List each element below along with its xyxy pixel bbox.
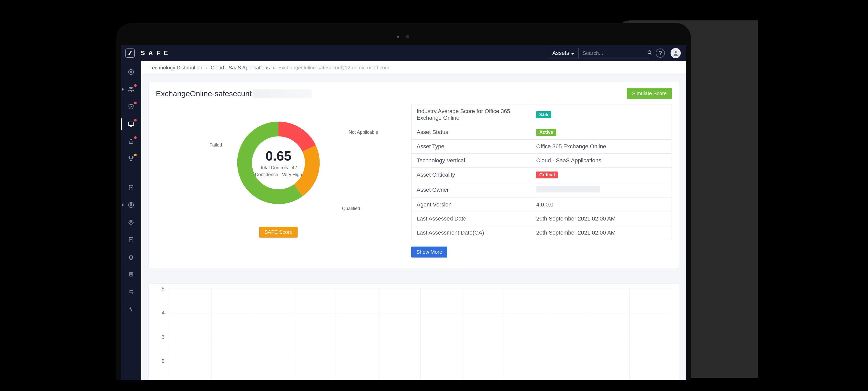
- table-row: Last Assessment Date(CA)20th September 2…: [411, 226, 672, 240]
- grid-vline: [546, 289, 546, 380]
- notification-dot-icon: [134, 119, 137, 122]
- detail-key: Agent Version: [411, 198, 531, 211]
- svg-point-5: [129, 87, 131, 89]
- avatar[interactable]: [671, 48, 681, 58]
- donut-confidence: Confidence : Very High: [255, 172, 302, 177]
- breadcrumb-root[interactable]: Technology Distribution: [149, 65, 202, 70]
- detail-value: 3.55: [531, 104, 672, 125]
- notification-dot-icon: [134, 136, 137, 139]
- notification-dot-icon: [134, 154, 137, 156]
- detail-key: Asset Status: [411, 125, 531, 139]
- brand-name: SAFE: [141, 50, 172, 57]
- asset-details-panel: Industry Average Score for Office 365 Ex…: [411, 104, 672, 258]
- svg-point-15: [130, 222, 132, 223]
- grid-vline: [629, 289, 630, 380]
- y-tick-label: 3: [162, 334, 164, 340]
- svg-point-0: [648, 51, 651, 54]
- redacted-value: [536, 186, 600, 192]
- show-more-button[interactable]: Show More: [411, 247, 447, 258]
- svg-point-9: [129, 157, 130, 158]
- svg-rect-8: [129, 141, 133, 143]
- svg-point-14: [129, 220, 133, 224]
- help-icon[interactable]: ?: [656, 48, 665, 58]
- sidebar-item-dashboard[interactable]: [127, 68, 135, 76]
- page-title: ExchangeOnline-safesecurit: [156, 89, 252, 98]
- sidebar-item-list[interactable]: [127, 270, 135, 279]
- redacted-title-suffix: [253, 89, 312, 98]
- content-area: Technology Distribution Cloud - SaaS App…: [141, 61, 686, 380]
- detail-value: 20th September 2021 02:00 AM: [531, 226, 672, 240]
- asset-details-table: Industry Average Score for Office 365 Ex…: [411, 104, 672, 240]
- sidebar: [121, 61, 141, 380]
- camera-dot: [406, 35, 409, 38]
- sidebar-item-people[interactable]: [127, 85, 135, 93]
- detail-value: 4.0.0.0: [531, 198, 672, 211]
- assets-dropdown-label: Assets: [552, 50, 569, 56]
- grid-vline: [337, 289, 337, 380]
- grid-vline: [211, 289, 212, 380]
- sidebar-item-security[interactable]: [127, 137, 135, 145]
- device-frame: SAFE Assets ?: [116, 23, 691, 380]
- table-row: Technology VerticalCloud - SaaS Applicat…: [411, 153, 672, 167]
- breadcrumb-current: ExchangeOnline-safesecurity12.onmicrosof…: [278, 65, 389, 70]
- grid-vline: [378, 289, 379, 380]
- detail-value: Critical: [531, 167, 672, 182]
- table-row: Asset CriticalityCritical: [411, 167, 672, 182]
- donut-label-qualified: Qualified: [342, 206, 360, 211]
- notification-dot-icon: [134, 102, 137, 104]
- caret-right-icon: [122, 203, 124, 207]
- chevron-right-icon: [273, 65, 275, 70]
- sidebar-item-technology[interactable]: [127, 120, 135, 128]
- donut-label-failed: Failed: [210, 142, 222, 148]
- sidebar-item-settings[interactable]: [127, 288, 135, 296]
- sidebar-item-connections[interactable]: [127, 155, 135, 163]
- svg-point-4: [130, 71, 131, 72]
- detail-value: 20th September 2021 02:00 AM: [531, 211, 672, 226]
- detail-value: [531, 182, 672, 198]
- search-icon: [647, 50, 652, 56]
- sidebar-item-reports[interactable]: [127, 184, 135, 192]
- y-tick-label: 5: [162, 286, 164, 292]
- breadcrumb: Technology Distribution Cloud - SaaS App…: [141, 61, 686, 74]
- status-badge: Critical: [536, 171, 558, 178]
- detail-key: Asset Type: [411, 139, 531, 153]
- table-row: Asset StatusActive: [411, 125, 672, 139]
- status-badge: 3.55: [536, 111, 551, 118]
- score-donut-panel: 0.65 Total Controls : 42 Confidence : Ve…: [156, 104, 401, 258]
- brand-mark-icon: [125, 48, 135, 58]
- search-box[interactable]: [579, 48, 650, 59]
- breadcrumb-mid[interactable]: Cloud - SaaS Applications: [211, 65, 270, 70]
- assets-dropdown[interactable]: Assets: [548, 48, 579, 59]
- detail-key: Industry Average Score for Office 365 Ex…: [411, 104, 531, 125]
- svg-point-6: [131, 87, 133, 89]
- sidebar-item-financial[interactable]: [127, 201, 135, 209]
- sidebar-item-alerts[interactable]: [127, 253, 135, 261]
- svg-line-1: [651, 53, 652, 54]
- table-row: Asset TypeOffice 365 Exchange Online: [411, 139, 672, 153]
- detail-key: Last Assessment Date(CA): [411, 226, 531, 240]
- grid-vline: [421, 289, 421, 380]
- donut-label-not-applicable: Not Applicable: [349, 130, 378, 135]
- safe-score-button[interactable]: SAFE Score: [259, 227, 298, 238]
- sidebar-item-upload[interactable]: [127, 235, 135, 244]
- svg-rect-7: [128, 122, 134, 126]
- detail-value: Office 365 Exchange Online: [531, 139, 672, 153]
- grid-vline: [462, 289, 462, 380]
- sidebar-item-target[interactable]: [127, 218, 135, 226]
- y-tick-label: 2: [162, 358, 164, 364]
- sensor-dot: [397, 36, 399, 38]
- table-row: Agent Version4.0.0.0: [411, 198, 672, 211]
- sidebar-item-policies[interactable]: [127, 103, 135, 111]
- search-input[interactable]: [583, 50, 647, 56]
- sidebar-item-health[interactable]: [127, 305, 135, 313]
- simulate-score-button[interactable]: Simulate Score: [627, 88, 672, 99]
- table-row: Industry Average Score for Office 365 Ex…: [411, 104, 672, 125]
- svg-point-18: [129, 290, 130, 291]
- svg-point-11: [130, 160, 131, 161]
- detail-key: Technology Vertical: [411, 153, 531, 167]
- trend-chart: 12345: [148, 283, 679, 380]
- caret-right-icon: [122, 87, 124, 91]
- detail-value: Cloud - SaaS Applications: [531, 153, 672, 167]
- svg-point-2: [675, 51, 677, 53]
- svg-point-10: [132, 157, 133, 158]
